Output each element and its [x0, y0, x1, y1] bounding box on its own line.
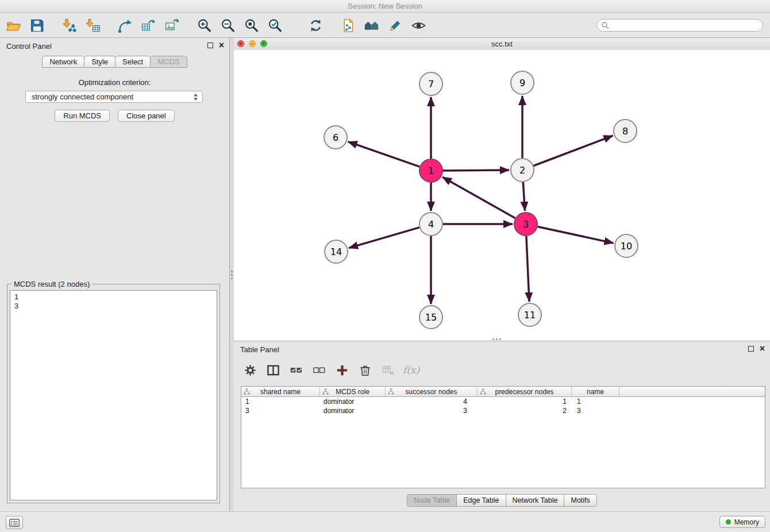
- tab-node-table[interactable]: Node Table: [407, 494, 457, 507]
- fit-content-button[interactable]: [242, 17, 260, 34]
- delete-columns-button[interactable]: [358, 363, 372, 377]
- tab-select[interactable]: Select: [115, 56, 151, 68]
- column-header-name[interactable]: name: [572, 387, 619, 397]
- table-cell[interactable]: 4: [386, 398, 478, 406]
- graph-edge-4-14[interactable]: [349, 228, 419, 248]
- graph-edge-3-11[interactable]: [526, 236, 529, 302]
- task-history-button[interactable]: [6, 516, 23, 529]
- export-image-button[interactable]: [163, 17, 180, 34]
- tab-style[interactable]: Style: [84, 56, 116, 68]
- graph-edge-3-10[interactable]: [538, 227, 614, 244]
- zoom-selected-button[interactable]: [266, 17, 283, 34]
- graph-node-9[interactable]: 9: [511, 71, 534, 94]
- table-cell[interactable]: 1: [241, 398, 320, 406]
- table-cell[interactable]: 3: [241, 407, 320, 415]
- graph-edge-2-8[interactable]: [534, 136, 613, 165]
- graph-node-1[interactable]: 1: [419, 159, 442, 182]
- column-header-successor-nodes[interactable]: successor nodes: [386, 387, 478, 397]
- graph-node-10[interactable]: 10: [615, 234, 638, 257]
- float-panel-icon[interactable]: [207, 43, 213, 48]
- select-all-button[interactable]: [289, 363, 303, 377]
- import-network-button[interactable]: [60, 17, 78, 34]
- export-table-button[interactable]: [140, 17, 157, 34]
- network-overview-button[interactable]: [363, 17, 380, 34]
- memory-button[interactable]: Memory: [719, 516, 765, 528]
- close-table-panel-icon[interactable]: [760, 346, 765, 352]
- memory-label: Memory: [734, 518, 759, 526]
- run-mcds-button[interactable]: Run MCDS: [55, 110, 110, 122]
- delete-table-button[interactable]: [381, 363, 395, 377]
- table-cell[interactable]: 1: [478, 398, 572, 406]
- column-header-mcds-role[interactable]: MCDS role: [320, 387, 386, 397]
- network-minimize-icon[interactable]: [249, 40, 256, 47]
- import-table-button[interactable]: [84, 17, 101, 34]
- column-header-shared-name[interactable]: shared name: [241, 387, 320, 397]
- table-cell[interactable]: 1: [572, 398, 619, 406]
- panel-splitter-horizontal[interactable]: [492, 338, 501, 340]
- svg-text:9: 9: [519, 78, 525, 88]
- open-session-button[interactable]: [5, 17, 22, 34]
- graph-node-15[interactable]: 15: [419, 306, 442, 329]
- save-session-button[interactable]: [28, 17, 45, 34]
- tab-mcds[interactable]: MCDS: [150, 56, 187, 68]
- graph-node-3[interactable]: 3: [514, 213, 537, 236]
- search-input[interactable]: [612, 20, 763, 31]
- mcds-result-title: MCDS result (2 nodes): [11, 280, 92, 288]
- table-cell[interactable]: 3: [572, 407, 619, 415]
- import-network-icon: [61, 18, 77, 33]
- table-cell[interactable]: dominator: [320, 398, 386, 406]
- refresh-view-button[interactable]: [307, 17, 324, 34]
- show-hide-details-button[interactable]: [410, 17, 427, 34]
- table-cell[interactable]: 2: [478, 407, 572, 415]
- network-graph[interactable]: 7968124314101511: [234, 50, 769, 340]
- split-view-button[interactable]: [266, 363, 280, 377]
- graph-node-14[interactable]: 14: [325, 240, 348, 263]
- close-panel-icon[interactable]: [219, 43, 224, 48]
- first-neighbors-button[interactable]: [339, 17, 356, 34]
- svg-text:15: 15: [425, 312, 437, 323]
- graph-edge-1-2[interactable]: [443, 170, 509, 171]
- graph-edge-2-3[interactable]: [523, 182, 525, 211]
- zoom-out-button[interactable]: [219, 17, 236, 34]
- graph-edge-1-6[interactable]: [348, 142, 420, 167]
- graph-node-2[interactable]: 2: [511, 159, 534, 182]
- network-maximize-icon[interactable]: [260, 40, 267, 47]
- annotations-button[interactable]: [386, 17, 403, 34]
- control-panel-tabs: Network Style Select MCDS: [0, 56, 229, 68]
- graph-node-7[interactable]: 7: [419, 72, 442, 95]
- graph-node-8[interactable]: 8: [614, 119, 637, 142]
- panel-splitter-vertical[interactable]: [230, 38, 234, 511]
- table-cell[interactable]: dominator: [320, 407, 386, 415]
- graph-edge-3-1[interactable]: [442, 177, 515, 218]
- network-window: scc.txt 7968124314101511: [234, 38, 770, 341]
- new-column-button[interactable]: [335, 363, 349, 377]
- table-row[interactable]: 3dominator323: [241, 406, 765, 415]
- control-panel: Control Panel Network Style Select MCDS …: [0, 38, 230, 511]
- tab-edge-table[interactable]: Edge Table: [456, 494, 506, 507]
- graph-node-11[interactable]: 11: [518, 303, 541, 326]
- mcds-result-list[interactable]: 1 3: [10, 290, 217, 500]
- function-builder-button[interactable]: f(x): [404, 363, 418, 377]
- svg-text:10: 10: [621, 241, 632, 252]
- float-table-panel-icon[interactable]: [748, 346, 754, 352]
- search-field[interactable]: [596, 19, 763, 32]
- first-neighbors-icon: [340, 18, 356, 33]
- deselect-all-button[interactable]: [312, 363, 326, 377]
- select-all-icon: [290, 364, 303, 377]
- export-network-button[interactable]: [116, 17, 133, 34]
- tab-network[interactable]: Network: [42, 56, 84, 68]
- network-close-icon[interactable]: [237, 40, 244, 47]
- table-cell[interactable]: 3: [386, 407, 478, 415]
- column-header-predecessor-nodes[interactable]: predecessor nodes: [478, 387, 572, 397]
- criterion-select[interactable]: strongly connected component: [25, 91, 203, 103]
- network-canvas[interactable]: 7968124314101511: [234, 50, 770, 341]
- table-row[interactable]: 1dominator411: [241, 397, 765, 406]
- close-mcds-panel-button[interactable]: Close panel: [118, 110, 175, 122]
- table-panel-title: Table Panel: [240, 345, 279, 354]
- graph-node-4[interactable]: 4: [419, 213, 442, 236]
- tab-network-table[interactable]: Network Table: [506, 494, 565, 507]
- tab-motifs[interactable]: Motifs: [564, 494, 596, 507]
- graph-node-6[interactable]: 6: [324, 126, 347, 149]
- zoom-in-button[interactable]: [195, 17, 213, 34]
- column-options-button[interactable]: [243, 363, 257, 377]
